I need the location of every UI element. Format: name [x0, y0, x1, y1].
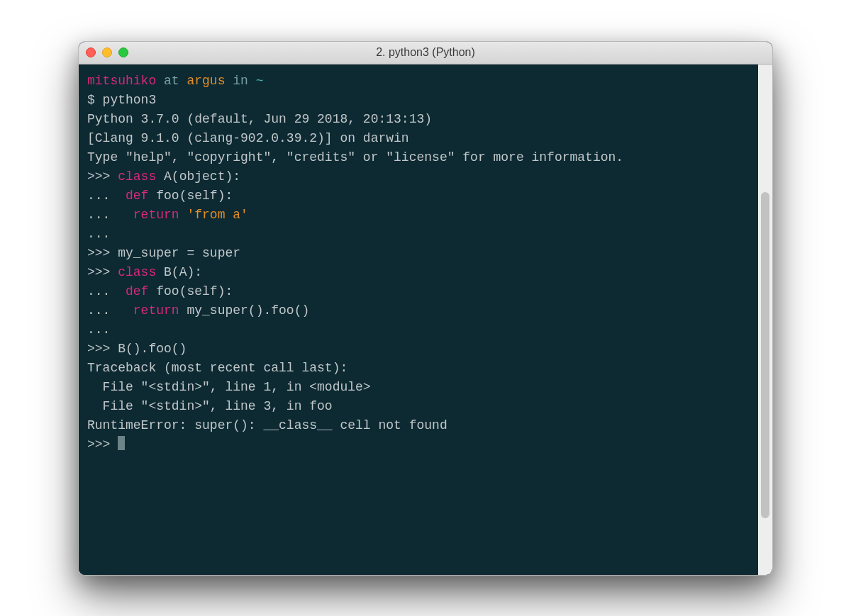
terminal-window: 2. python3 (Python) mitsuhiko at argus i…	[78, 41, 773, 576]
scrollbar-thumb[interactable]	[761, 192, 769, 518]
code-text: foo(self):	[148, 284, 233, 298]
repl-continuation: ...	[87, 323, 110, 337]
python-banner-line: Python 3.7.0 (default, Jun 29 2018, 20:1…	[87, 112, 432, 126]
repl-line: >>> my_super = super	[87, 246, 240, 260]
code-text	[179, 208, 187, 222]
window-title: 2. python3 (Python)	[79, 46, 772, 59]
code-text: B(A):	[156, 265, 202, 279]
terminal-body[interactable]: mitsuhiko at argus in ~ $ python3 Python…	[79, 65, 758, 575]
keyword-def: def	[126, 284, 148, 298]
keyword-def: def	[126, 189, 148, 203]
repl-prompt: >>>	[87, 169, 118, 184]
prompt-in: in	[225, 74, 255, 88]
python-banner-line: Type "help", "copyright", "credits" or "…	[87, 150, 623, 164]
repl-continuation: ...	[87, 284, 126, 298]
repl-continuation: ...	[87, 189, 126, 203]
window-titlebar[interactable]: 2. python3 (Python)	[79, 42, 772, 65]
code-text: foo(self):	[148, 189, 233, 203]
keyword-return: return	[133, 208, 179, 222]
repl-prompt: >>>	[87, 265, 118, 279]
zoom-icon[interactable]	[118, 47, 128, 57]
traceback-line: File "<stdin>", line 1, in <module>	[87, 380, 371, 394]
shell-command: $ python3	[87, 93, 156, 107]
keyword-class: class	[118, 265, 156, 279]
code-text: A(object):	[156, 169, 240, 184]
repl-continuation: ...	[87, 227, 110, 241]
traceback-line: RuntimeError: super(): __class__ cell no…	[87, 418, 447, 432]
python-banner-line: [Clang 9.1.0 (clang-902.0.39.2)] on darw…	[87, 131, 409, 145]
prompt-user: mitsuhiko	[87, 74, 156, 88]
keyword-return: return	[133, 303, 179, 318]
prompt-path: ~	[256, 74, 264, 88]
traceback-line: Traceback (most recent call last):	[87, 361, 347, 375]
traffic-lights	[86, 47, 128, 57]
close-icon[interactable]	[86, 47, 96, 57]
string-literal: 'from a'	[187, 208, 247, 222]
terminal-scroll-container: mitsuhiko at argus in ~ $ python3 Python…	[79, 65, 772, 575]
traceback-line: File "<stdin>", line 3, in foo	[87, 399, 333, 413]
scrollbar-track[interactable]	[758, 65, 772, 575]
prompt-host: argus	[187, 74, 225, 88]
repl-continuation: ...	[87, 303, 133, 318]
minimize-icon[interactable]	[102, 47, 112, 57]
prompt-at: at	[156, 74, 187, 88]
repl-line: >>> B().foo()	[87, 342, 187, 356]
keyword-class: class	[118, 169, 156, 184]
code-text: my_super().foo()	[179, 303, 310, 318]
repl-continuation: ...	[87, 208, 133, 222]
repl-prompt: >>>	[87, 437, 118, 452]
cursor-icon	[118, 436, 125, 450]
